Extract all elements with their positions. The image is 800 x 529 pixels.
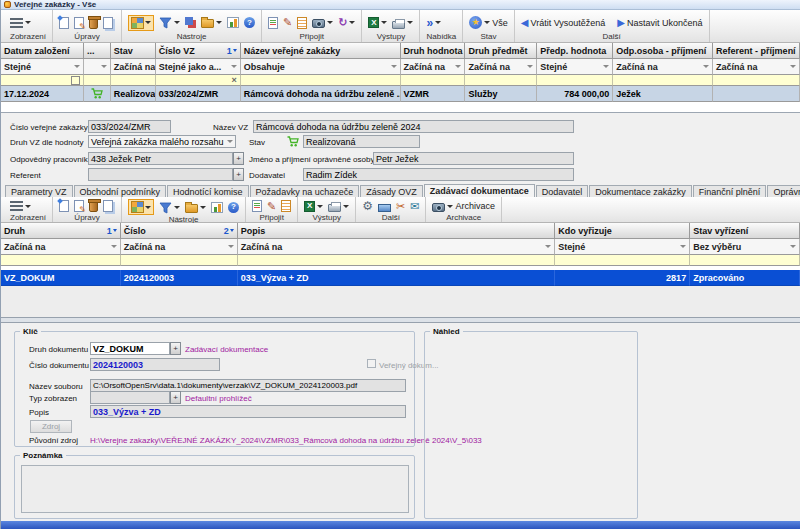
return-awarded-button[interactable]: ◀Vrátit Vysoutěžená [521,18,606,28]
druh-vz-combo[interactable]: Veřejná zakázka malého rozsahu [88,135,236,148]
select-view-button[interactable] [128,15,154,31]
chart-button[interactable] [227,17,239,28]
filter-stav-vyrizeni[interactable]: Bez výběru [690,239,800,255]
contract-row[interactable]: 17.12.2024 Realizovaná 033/2024/ZMR Rámc… [1,86,800,102]
column-header-kdo-vyrizuje[interactable]: Kdo vyřizuje [555,223,690,239]
filter-kdo-vyrizuje[interactable]: Stejné [555,239,690,255]
lookup-button[interactable]: + [170,391,181,404]
stav-field[interactable]: Realizovaná [303,135,420,148]
filter-druh-hodnota[interactable]: Začíná na [401,59,466,75]
tab-zadavaci-dokumentace[interactable]: Zadávací dokumentace [424,184,535,197]
filter-cislo[interactable]: Začíná na [121,239,238,255]
settings-button[interactable]: ⚙ [362,200,373,212]
tab-financni-plneni[interactable]: Finanční plnění [693,185,767,197]
excel-export-button[interactable]: X [368,17,387,28]
column-header-cislo-vz[interactable]: Číslo VZ1 [156,43,241,59]
mail-button[interactable]: ✉ [410,201,419,212]
nazev-vz-field[interactable]: Rámcová dohoda na údržbu zeleně 2024 [253,120,574,133]
folder-button[interactable] [185,202,206,213]
column-header-stav[interactable]: Stav [111,43,156,59]
column-header-popis[interactable]: Popis [238,223,556,239]
attach-list-button[interactable] [281,200,291,212]
cislo-vz-field[interactable]: 033/2024/ZMR [88,120,171,133]
cislo-dokumentu-field[interactable]: 2024120003 [90,358,220,371]
filter-stav[interactable]: Začíná na [111,59,156,75]
filter-input-referent[interactable] [713,75,800,86]
filter-nazev[interactable]: Obsahuje [241,59,401,75]
select-view-button[interactable] [128,199,154,215]
filter-popis[interactable]: Začíná na [238,239,556,255]
filter-input-cislo[interactable] [121,255,238,266]
typ-zobrazeni-field[interactable] [90,391,170,404]
tab-hodnotici-komise[interactable]: Hodnotící komise [167,185,249,197]
referent-field[interactable] [88,168,233,181]
calendar-picker-icon[interactable] [71,76,80,85]
filter-datum[interactable]: Stejné [1,59,84,75]
column-header-icon[interactable]: ... [84,43,111,59]
druh-dokumentu-field[interactable]: VZ_DOKUM [90,342,170,355]
print-button[interactable] [328,200,349,212]
document-row-selected[interactable]: VZ_DOKUM 2024120003 033_Výzva + ZD 2817 … [1,270,800,286]
poznamka-textarea[interactable] [21,465,409,513]
column-header-cislo[interactable]: Číslo2 [121,223,238,239]
column-header-druh-hodnota[interactable]: Druh hodnota [401,43,466,59]
lookup-button[interactable]: + [170,342,181,355]
attach-image-button[interactable] [312,17,333,28]
dodavatel-field[interactable]: Radim Zídek [303,168,574,181]
filter-input-stav[interactable] [111,75,156,86]
verejny-dokument-checkbox[interactable] [367,359,376,368]
filter-icon-col[interactable] [84,59,111,75]
print-button[interactable] [392,17,413,29]
sign-button[interactable]: ✎ [283,17,292,28]
column-header-referent[interactable]: Referent - příjmení [713,43,800,59]
filter-odp-osoba[interactable]: Začíná na [613,59,713,75]
sign-button[interactable]: ✎ [267,201,276,212]
filter-input-nazev[interactable] [241,75,401,86]
device-button[interactable] [378,201,391,212]
excel-export-button[interactable]: X [304,201,323,212]
attach-note-button[interactable] [252,200,262,212]
new-record-button[interactable] [59,200,69,212]
column-header-druh-predmet[interactable]: Druh předmět [465,43,537,59]
archive-button[interactable]: Archivace [432,201,495,212]
filter-input-kdo[interactable] [555,255,690,266]
lookup-button[interactable]: + [233,152,244,165]
folder-button[interactable] [201,17,222,28]
column-header-druh[interactable]: Druh1 [1,223,121,239]
filter-predp-hodnota[interactable]: Stejné [537,59,613,75]
opravnena-osoba-field[interactable]: Petr Ježek [373,152,574,165]
new-record-button[interactable] [59,17,69,29]
column-header-datum-zalozeni[interactable]: Datum založení [1,43,84,59]
delete-record-button[interactable] [89,200,98,212]
filter-druh[interactable]: Začíná na [1,239,121,255]
filter-input-druh[interactable] [1,255,121,266]
filter-input-icon-col[interactable] [84,75,111,86]
tab-opravnene-osoby[interactable]: Oprávněné osoby [767,185,800,197]
filter-input-predp-hodnota[interactable] [537,75,613,86]
filter-input-odp-osoba[interactable] [613,75,713,86]
status-filter-button[interactable]: ★Vše [469,16,508,29]
view-mode-button[interactable] [10,201,31,211]
delete-record-button[interactable] [89,17,98,29]
menu-button[interactable]: » [426,17,441,29]
column-header-nazev[interactable]: Název veřejné zakázky [241,43,401,59]
merge-button[interactable] [185,17,196,28]
attach-list-button[interactable] [297,17,307,29]
filter-cislo-vz[interactable]: Stejné jako a... [156,59,241,75]
popis-field[interactable]: 033_Výzva + ZD [90,405,406,418]
attach-note-button[interactable] [268,17,278,29]
copy-record-button[interactable] [103,200,115,212]
odp-pracovnik-field[interactable]: 438 Ježek Petr [88,152,233,165]
filter-input-cislo-vz[interactable]: × [156,75,241,86]
copy-record-button[interactable] [103,17,115,29]
filter-button[interactable] [159,201,180,214]
refresh-button[interactable]: ↻ [338,17,355,28]
view-mode-button[interactable] [10,18,31,28]
filter-input-druh-predmet[interactable] [465,75,537,86]
tab-zasady-ovz[interactable]: Zásady OVZ [360,185,423,197]
filter-input-popis[interactable] [238,255,556,266]
help-button[interactable]: ? [244,17,255,28]
filter-input-stav[interactable] [690,255,800,266]
lookup-button[interactable]: + [233,168,244,181]
tab-pozadavky-na-uchazece[interactable]: Požadavky na uchazeče [250,185,360,197]
